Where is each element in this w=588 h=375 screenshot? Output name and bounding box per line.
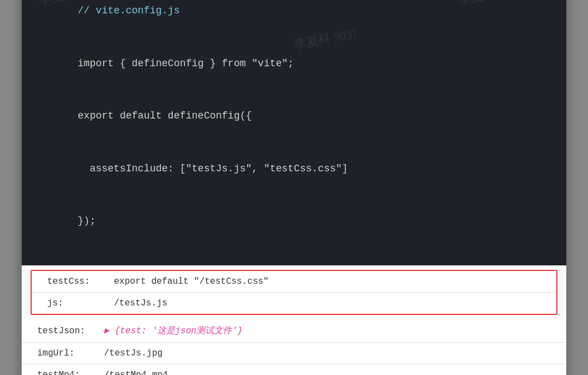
value-js: /testJs.js: [114, 298, 167, 308]
key-testmp4: testMp4:: [37, 370, 104, 375]
key-testjson: testJson:: [37, 326, 104, 336]
code-line-4: });: [42, 195, 546, 248]
code-export: export default defineConfig({: [78, 110, 252, 121]
code-section: 李夏科 9037 李夏科 9037 李夏科 9037 // vite.confi…: [22, 0, 566, 265]
key-imgurl: imgUrl:: [37, 348, 104, 358]
highlighted-group: testCss: export default "/testCss.css" j…: [31, 270, 557, 315]
value-testjson: ▶ {test: '这是json测试文件'}: [104, 325, 243, 337]
code-line-1: import { defineConfig } from "vite";: [42, 37, 546, 90]
result-row-js: js: /testJs.js: [32, 293, 556, 314]
result-row-testmp4: testMp4: /testMp4.mp4: [22, 364, 566, 375]
code-assets: assetsInclude: ["testJs.js", "testCss.cs…: [78, 163, 348, 174]
result-row-imgurl: imgUrl: /testJs.jpg: [22, 343, 566, 364]
result-row-testcss: testCss: export default "/testCss.css": [32, 271, 556, 293]
results-section: 李夏科 9037 李夏科 9037 李夏科 9037 testCss: expo…: [22, 270, 566, 375]
value-testmp4: /testMp4.mp4: [104, 370, 168, 375]
code-line-3: assetsInclude: ["testJs.js", "testCss.cs…: [42, 142, 546, 195]
main-card: 李夏科 9037 李夏科 9037 李夏科 9037 // vite.confi…: [22, 0, 566, 375]
key-testcss: testCss:: [47, 277, 114, 287]
code-line-2: export default defineConfig({: [42, 90, 546, 143]
code-line-comment: // vite.config.js: [42, 0, 546, 37]
code-close: });: [78, 215, 96, 226]
code-import: import { defineConfig } from "vite";: [78, 58, 294, 69]
value-imgurl: /testJs.jpg: [104, 348, 163, 358]
result-row-testjson: testJson: ▶ {test: '这是json测试文件'}: [22, 319, 566, 343]
comment-text: // vite.config.js: [78, 5, 180, 16]
value-testcss: export default "/testCss.css": [114, 277, 268, 287]
key-js: js:: [47, 298, 114, 308]
